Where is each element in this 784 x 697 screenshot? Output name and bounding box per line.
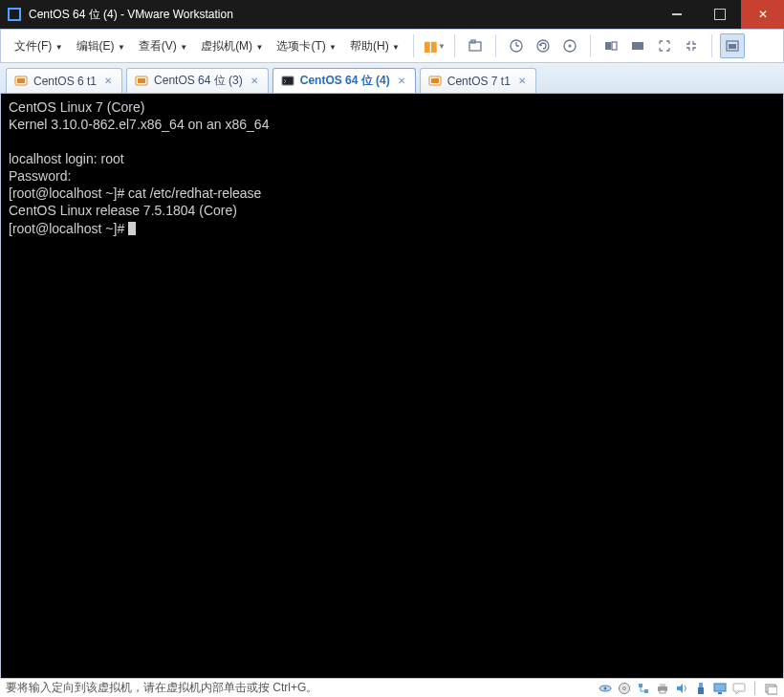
menu-tabs[interactable]: 选项卡(T) ▼ <box>271 34 342 58</box>
svg-rect-12 <box>17 78 25 83</box>
svg-rect-6 <box>605 42 611 50</box>
popup-icon[interactable] <box>763 681 778 696</box>
console-view-button[interactable] <box>625 33 650 58</box>
svg-rect-8 <box>632 42 643 50</box>
term-line: [root@localhost ~]# cat /etc/redhat-rele… <box>9 185 261 201</box>
unity-button[interactable] <box>599 33 623 58</box>
term-line: Password: <box>9 168 71 184</box>
cd-icon[interactable] <box>617 681 632 696</box>
term-line: localhost login: root <box>9 151 124 166</box>
svg-rect-29 <box>714 684 726 691</box>
tab-close-button[interactable]: ✕ <box>396 76 407 86</box>
svg-point-19 <box>604 686 607 689</box>
tab-label: CentOS 64 位 (3) <box>154 73 243 89</box>
term-line: CentOS Linux 7 (Core) <box>9 99 144 115</box>
svg-rect-7 <box>612 42 617 50</box>
snapshot-revert-button[interactable] <box>531 33 555 58</box>
term-line: CentOS Linux release 7.5.1804 (Core) <box>9 203 237 218</box>
menu-file[interactable]: 文件(F) ▼ <box>9 34 69 58</box>
svg-point-5 <box>568 45 571 48</box>
tab-centos7-t1[interactable]: CentOS 7 t1 ✕ <box>420 68 536 93</box>
vm-icon <box>135 75 148 88</box>
toolbar-separator <box>711 34 712 57</box>
tab-label: CentOS 64 位 (4) <box>300 73 390 89</box>
sound-icon[interactable] <box>674 681 689 696</box>
svg-rect-10 <box>729 44 736 49</box>
guest-console[interactable]: CentOS Linux 7 (Core) Kernel 3.10.0-862.… <box>0 94 784 678</box>
window-title: CentOS 64 位 (4) - VMware Workstation <box>29 7 655 23</box>
svg-rect-33 <box>768 686 777 694</box>
svg-rect-28 <box>698 687 704 694</box>
menubar-toolbar: 文件(F) ▼ 编辑(E) ▼ 查看(V) ▼ 虚拟机(M) ▼ 选项卡(T) … <box>0 29 784 63</box>
svg-rect-26 <box>660 690 665 693</box>
send-ctrl-alt-del-button[interactable] <box>463 33 488 58</box>
fullscreen-exit-button[interactable] <box>679 33 704 58</box>
svg-rect-25 <box>660 684 665 686</box>
snapshot-manager-button[interactable] <box>557 33 582 58</box>
maximize-button[interactable] <box>698 0 741 29</box>
toolbar-separator <box>413 34 414 57</box>
hdd-icon[interactable] <box>598 681 613 696</box>
fullscreen-button[interactable] <box>720 33 745 58</box>
tab-centos6-t1[interactable]: CentOS 6 t1 ✕ <box>6 68 122 93</box>
status-bar: 要将输入定向到该虚拟机，请在虚拟机内部单击或按 Ctrl+G。 <box>0 678 784 697</box>
svg-rect-27 <box>699 683 703 687</box>
stretch-guest-button[interactable] <box>652 33 677 58</box>
display-icon[interactable] <box>712 681 728 696</box>
vm-icon <box>14 75 28 88</box>
network-icon[interactable] <box>636 681 651 696</box>
vm-console-icon <box>281 75 294 88</box>
toolbar-separator <box>454 34 455 57</box>
tab-close-button[interactable]: ✕ <box>249 76 260 86</box>
snapshot-take-button[interactable] <box>504 33 529 58</box>
usb-icon[interactable] <box>693 681 708 696</box>
svg-rect-30 <box>718 692 722 694</box>
svg-rect-31 <box>733 684 745 691</box>
svg-rect-15 <box>282 76 294 85</box>
close-button[interactable] <box>741 0 784 29</box>
tab-label: CentOS 6 t1 <box>33 75 97 88</box>
svg-point-21 <box>623 686 626 689</box>
svg-rect-14 <box>138 78 145 83</box>
printer-icon[interactable] <box>655 681 670 696</box>
minimize-button[interactable] <box>655 0 698 29</box>
toolbar-separator <box>590 34 591 57</box>
vm-icon <box>428 75 442 88</box>
message-icon[interactable] <box>731 681 747 696</box>
svg-rect-17 <box>431 78 439 83</box>
device-status-icons <box>598 681 778 696</box>
menu-view[interactable]: 查看(V) ▼ <box>133 34 193 58</box>
svg-rect-22 <box>639 684 642 687</box>
tab-bar: CentOS 6 t1 ✕ CentOS 64 位 (3) ✕ CentOS 6… <box>0 63 784 94</box>
menu-help[interactable]: 帮助(H) ▼ <box>344 34 405 58</box>
tab-close-button[interactable]: ✕ <box>102 76 114 86</box>
terminal-cursor <box>128 222 136 235</box>
toolbar-separator <box>495 34 496 57</box>
vmware-app-icon <box>8 8 21 21</box>
svg-point-3 <box>537 40 549 52</box>
menu-edit[interactable]: 编辑(E) ▼ <box>71 34 131 58</box>
tab-close-button[interactable]: ✕ <box>516 76 528 86</box>
menu-vm[interactable]: 虚拟机(M) ▼ <box>195 34 269 58</box>
pause-button[interactable]: ▮▮▼ <box>422 33 446 58</box>
window-titlebar: CentOS 64 位 (4) - VMware Workstation <box>0 0 784 29</box>
svg-rect-23 <box>644 689 648 693</box>
tab-centos64-4[interactable]: CentOS 64 位 (4) ✕ <box>272 68 416 93</box>
term-line: Kernel 3.10.0-862.el7.x86_64 on an x86_6… <box>9 117 269 132</box>
status-divider <box>754 682 755 695</box>
tab-centos64-3[interactable]: CentOS 64 位 (3) ✕ <box>126 68 269 93</box>
term-line: [root@localhost ~]# <box>9 221 128 236</box>
tab-label: CentOS 7 t1 <box>447 75 511 88</box>
status-text: 要将输入定向到该虚拟机，请在虚拟机内部单击或按 Ctrl+G。 <box>6 680 317 696</box>
